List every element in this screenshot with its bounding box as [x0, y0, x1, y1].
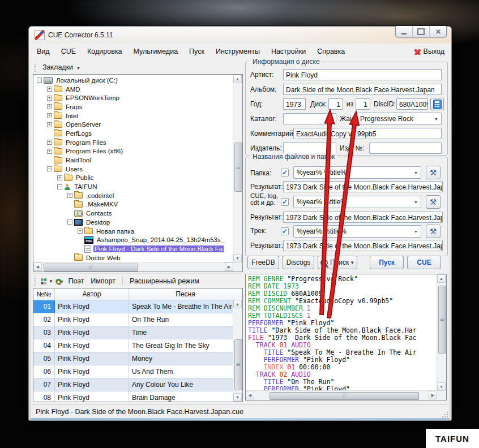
menu-item-4[interactable]: Пуск — [183, 45, 210, 58]
refresh-icon[interactable]: ⟳ — [55, 278, 63, 285]
tree-item[interactable]: RaidTool — [33, 156, 233, 165]
discogs-button[interactable]: Discogs — [283, 256, 314, 269]
menu-item-2[interactable]: Кодировка — [82, 45, 127, 58]
tree-expander-minus-icon[interactable]: − — [37, 77, 42, 83]
column-header-song[interactable]: Песня — [129, 288, 242, 300]
cue-sheet-editor[interactable]: REM GENRE "Progressive Rock"REM DATE 197… — [245, 274, 447, 400]
import-button[interactable]: Импорт — [87, 275, 119, 287]
pattern-checkbox[interactable]: ✓ — [281, 198, 289, 206]
close-button[interactable] — [430, 26, 446, 37]
chevron-down-icon[interactable]: ▼ — [49, 279, 53, 284]
pattern-checkbox[interactable]: ✓ — [281, 169, 289, 176]
advanced-mode-button[interactable]: Расширенный режим — [126, 275, 203, 287]
tree-expander-plus-icon[interactable]: + — [47, 140, 52, 145]
tree-item[interactable]: Pink Floyd - Dark Side of the Moon.Black… — [33, 244, 233, 253]
publisher-input[interactable] — [283, 143, 336, 154]
comment-input[interactable]: ExactAudioCopy v0.99pb5 — [293, 128, 442, 139]
table-row[interactable]: 06Pink FloydUs And Them — [33, 365, 242, 378]
scroll-right-icon[interactable]: ▶ — [225, 262, 233, 271]
scroll-down-icon[interactable]: ▼ — [233, 393, 242, 402]
table-row[interactable]: 08Pink FloydBrain Damage — [33, 391, 242, 402]
tree-item[interactable]: Contacts — [33, 209, 233, 218]
resize-grip[interactable] — [441, 411, 448, 417]
tree-expander-minus-icon[interactable]: − — [47, 166, 52, 171]
table-row[interactable]: 01Pink FloydSpeak To Me - Breathe In The… — [33, 300, 242, 313]
tree-vscroll-thumb[interactable] — [234, 143, 242, 192]
calculate-discid-button[interactable] — [430, 98, 444, 110]
artist-input[interactable]: Pink Floyd — [283, 69, 442, 80]
tree-hscrollbar[interactable]: ◀ ▶ — [33, 262, 233, 272]
tree-item[interactable]: −Desktop — [33, 218, 233, 227]
menu-item-0[interactable]: Вид — [31, 45, 55, 58]
tree-item[interactable]: −TAIFUN — [33, 182, 233, 191]
tree-expander-plus-icon[interactable]: + — [47, 122, 52, 127]
menu-item-exit[interactable]: Выход — [414, 48, 444, 55]
tree-expander-minus-icon[interactable]: − — [57, 184, 62, 189]
pubnum-input[interactable] — [369, 143, 442, 154]
scroll-left-icon[interactable]: ◀ — [33, 262, 42, 271]
total-discs-input[interactable]: 1 — [356, 98, 370, 110]
column-header-num[interactable]: №№ — [33, 288, 55, 300]
tree-hscroll-thumb[interactable] — [44, 264, 138, 272]
column-header-author[interactable]: Автор — [55, 288, 129, 300]
scroll-up-icon[interactable]: ▲ — [233, 75, 242, 83]
tree-expander-plus-icon[interactable]: + — [57, 175, 62, 180]
search-button[interactable]: Поиск ▼ — [318, 256, 357, 269]
tree-item[interactable]: −Users — [33, 165, 233, 174]
tree-item[interactable]: Doctor Web — [33, 253, 233, 262]
tree-expander-minus-icon[interactable]: − — [67, 219, 72, 225]
scroll-up-icon[interactable]: ▲ — [233, 300, 242, 308]
album-input[interactable]: Dark Side of the Moon.Black Face.Harvest… — [283, 84, 442, 95]
pattern-combo[interactable]: %year% %title% — [293, 166, 421, 179]
pattern-tools-button[interactable]: ⚒ — [426, 195, 440, 209]
pattern-tools-button[interactable]: ⚒ — [426, 225, 440, 238]
menu-item-1[interactable]: CUE — [55, 45, 82, 58]
tree-item[interactable]: +AMD — [33, 85, 233, 94]
tree-item[interactable]: .MakeMKV — [33, 200, 233, 209]
menu-item-6[interactable]: Настройки — [266, 45, 311, 58]
tree-item[interactable]: PerfLogs — [33, 129, 233, 138]
cue-hscrollbar[interactable]: ◀ ▶ — [246, 390, 437, 400]
pattern-combo[interactable]: %year% %title% — [293, 196, 421, 208]
menu-item-3[interactable]: Мультимедиа — [128, 45, 184, 58]
tree-item[interactable]: +Public — [33, 174, 233, 183]
tree-expander-plus-icon[interactable]: + — [47, 104, 52, 109]
pattern-checkbox[interactable]: ✓ — [281, 227, 289, 235]
table-row[interactable]: 04Pink FloydThe Great Gig In The Sky — [33, 339, 242, 352]
tree-vscrollbar[interactable]: ▲ ▼ — [233, 75, 242, 262]
tree-item[interactable]: Ashampoo_Snap_2014.04.25_13h24m53s_ — [33, 235, 233, 244]
cue-vscrollbar[interactable]: ▲ ▼ — [437, 274, 446, 391]
discid-input[interactable]: 680A1009 — [396, 98, 428, 110]
tree-expander-plus-icon[interactable]: + — [47, 96, 52, 101]
tree-expander-plus-icon[interactable]: + — [47, 149, 52, 154]
tree-item[interactable]: +Новая папка — [33, 227, 233, 236]
cue-button[interactable]: CUE — [407, 256, 441, 269]
tree-item[interactable]: +.codeintel — [33, 191, 233, 200]
cue-hscroll-thumb[interactable] — [270, 392, 419, 400]
tree-item[interactable]: +Program Files — [33, 138, 233, 147]
catalog-input[interactable] — [283, 113, 336, 124]
tree-expander-plus-icon[interactable]: + — [78, 229, 83, 234]
scroll-down-icon[interactable]: ▼ — [437, 382, 446, 391]
title-bar[interactable]: CUE Corrector 6.5.11 — [29, 27, 451, 44]
renumber-icon[interactable] — [40, 278, 48, 285]
table-vscrollbar[interactable]: ▲ ▼ — [233, 300, 242, 402]
start-button[interactable]: Пуск — [370, 256, 404, 269]
tree-expander-plus-icon[interactable]: + — [47, 113, 52, 118]
table-row[interactable]: 02Pink FloydOn The Run — [33, 313, 242, 326]
freedb-button[interactable]: FreeDB — [247, 256, 279, 269]
poet-button[interactable]: Поэт — [65, 275, 88, 287]
table-row[interactable]: 03Pink FloydTime — [33, 326, 242, 339]
table-row[interactable]: 07Pink FloydAny Colour You Like — [33, 378, 242, 391]
tree-expander-plus-icon[interactable]: + — [67, 193, 72, 198]
tree-item[interactable]: +OpenServer — [33, 120, 233, 129]
tree-item[interactable]: −Локальный диск (C:) — [33, 76, 233, 85]
scroll-down-icon[interactable]: ▼ — [233, 254, 242, 262]
table-vscroll-thumb[interactable] — [234, 339, 242, 390]
pattern-tools-button[interactable]: ⚒ — [426, 166, 440, 179]
tree-item[interactable]: +Intel — [33, 111, 233, 120]
table-row[interactable]: 05Pink FloydMoney — [33, 352, 242, 365]
tree-item[interactable]: +Fraps — [33, 102, 233, 111]
tree-item[interactable]: +EPSONWorkTemp — [33, 93, 233, 102]
bookmarks-button[interactable]: Закладки ▼ — [39, 62, 84, 73]
